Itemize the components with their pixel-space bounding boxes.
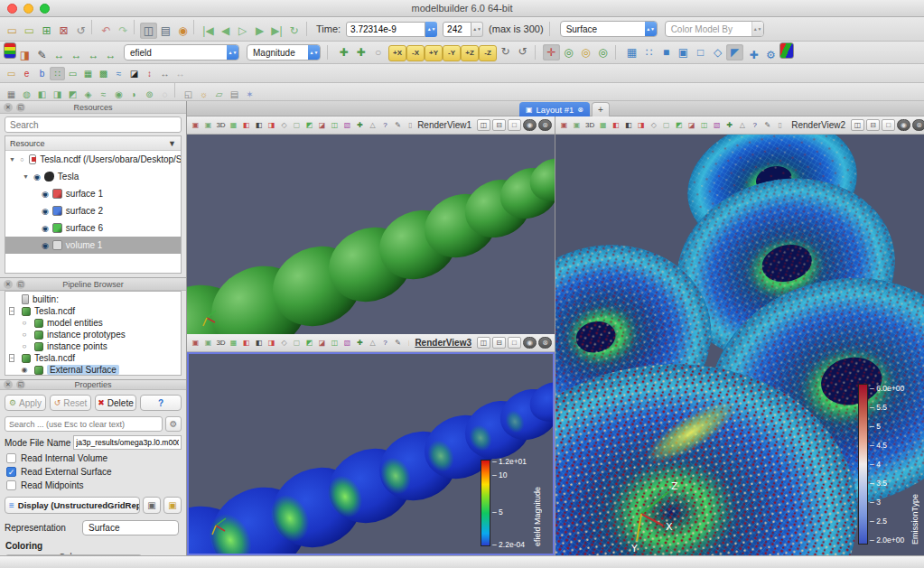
minimize-window-button[interactable]	[23, 4, 33, 14]
select-block-icon[interactable]: ▢	[291, 337, 303, 349]
renderview2-viewport[interactable]: Z X Y 6.0e+005.554.543.532.52.0e+00 Emis…	[555, 135, 924, 555]
time-spinner[interactable]: ▲▼	[425, 22, 437, 37]
play-button[interactable]: ▷	[234, 23, 251, 39]
set-view-minus-z-button[interactable]: -Z	[479, 45, 497, 61]
read-external-surface-row[interactable]: ✓ Read External Surface	[0, 465, 186, 479]
display-section-button[interactable]: ≡ Display (UnstructuredGridRepresent	[5, 497, 140, 514]
eye-icon[interactable]: ◉	[42, 224, 49, 233]
apply-button[interactable]: ⚙ Apply	[5, 395, 46, 411]
add-view-icon[interactable]: ✚	[745, 47, 762, 63]
adjust-camera-icon[interactable]: ▣	[190, 337, 201, 349]
hover-cells-icon[interactable]: ◫	[329, 119, 341, 131]
show-orientation-axes-icon[interactable]: ✛	[543, 44, 560, 61]
reset-button[interactable]: ↺ Reset	[50, 395, 91, 411]
render-options-icon[interactable]: ▤	[157, 23, 174, 39]
split-vertical-button[interactable]: ⊟	[866, 119, 880, 131]
contrast-icon[interactable]: ◪	[126, 67, 142, 80]
checkbox-unchecked[interactable]	[6, 480, 16, 490]
expander-icon[interactable]: ▼	[22, 173, 30, 180]
open-recent-file-icon[interactable]: ▭	[21, 23, 38, 39]
pin-view-button[interactable]: ◉	[523, 119, 537, 131]
rescale-visible-range-icon[interactable]: ↔	[102, 47, 119, 63]
add-layout-tab[interactable]: +	[592, 102, 610, 116]
select-points-on-icon[interactable]: ◧	[253, 119, 265, 131]
tree-item-surface-1[interactable]: ◉ surface 1	[5, 185, 181, 202]
slac-open-icon[interactable]: ▭	[4, 67, 19, 80]
pin-view-button[interactable]: ◉	[523, 337, 537, 349]
hover-cells-icon[interactable]: ◫	[698, 119, 710, 131]
visibility-toggle[interactable]: ○	[18, 342, 31, 350]
time-input[interactable]	[346, 22, 425, 37]
split-horizontal-button[interactable]: ◫	[851, 119, 864, 131]
select-block-icon[interactable]: ▢	[291, 119, 303, 131]
grow-selection-icon[interactable]: △	[367, 119, 378, 131]
contour-icon[interactable]: ◉	[111, 88, 126, 101]
split-vertical-button[interactable]: ⊟	[492, 119, 506, 131]
interactive-select-cells-icon[interactable]: ◩	[303, 337, 315, 349]
pin-view-button[interactable]: ◉	[897, 119, 910, 131]
checkbox-checked[interactable]: ✓	[6, 467, 16, 477]
previous-frame-button[interactable]: ◀	[217, 23, 234, 39]
eye-icon[interactable]: ◉	[42, 190, 49, 199]
plane-tool-icon[interactable]: ▱	[211, 88, 227, 101]
outline-representation-icon[interactable]: □	[692, 44, 709, 61]
read-midpoints-row[interactable]: Read Midpoints	[0, 479, 186, 492]
maximize-view-button[interactable]: □	[882, 119, 895, 131]
selection-arrow-icon[interactable]: ◤	[726, 44, 743, 61]
ruler-icon[interactable]: ↔	[157, 67, 173, 80]
pipeline-item-instance-prototypes[interactable]: ○ instance prototypes	[5, 329, 181, 340]
select-frustum-cells-icon[interactable]: ◨	[266, 119, 277, 131]
frame-field[interactable]: ▲▼	[443, 22, 483, 37]
add-selection-icon[interactable]: ✚	[354, 119, 366, 131]
interaction-mode-icon[interactable]	[779, 42, 794, 59]
zoom-closest-icon[interactable]: ✚	[352, 44, 369, 61]
pipeline-item-external-surface[interactable]: ◉ External Surface	[5, 364, 181, 376]
set-view-plus-z-button[interactable]: +Z	[461, 45, 479, 61]
toggle-3d-icon[interactable]: 3D	[215, 119, 227, 131]
tree-item-tesla-file[interactable]: ▼ ○ Tesla.ncdf (/Users/obara/Desktop/SLA…	[5, 151, 181, 168]
clip-icon[interactable]: ◧	[34, 88, 50, 101]
mesh-cavity-icon[interactable]: ▦	[80, 67, 96, 80]
reset-camera-icon[interactable]: ▣	[202, 119, 214, 131]
close-tab-icon[interactable]: ⊗	[577, 106, 583, 114]
eye-icon[interactable]: ◉	[42, 207, 49, 216]
interactive-select-points-icon[interactable]: ◪	[316, 119, 328, 131]
select-frustum-cells-icon[interactable]: ◨	[266, 337, 277, 349]
points-representation-icon[interactable]: ∷	[640, 44, 658, 61]
mesh-cavity-dense-icon[interactable]: ▩	[96, 67, 111, 80]
close-view-button[interactable]: ⊗	[538, 119, 552, 131]
renderview1-viewport[interactable]	[187, 135, 555, 334]
select-points-on-icon[interactable]: ◧	[253, 337, 265, 349]
next-frame-button[interactable]: ▶	[251, 23, 268, 39]
tree-item-volume-1[interactable]: ◉ volume 1	[5, 237, 181, 254]
close-view-button[interactable]: ⊗	[912, 119, 924, 131]
plot-over-time-icon[interactable]: ≈	[111, 67, 126, 80]
select-polygon-icon[interactable]: ◇	[278, 337, 290, 349]
set-view-minus-x-button[interactable]: -X	[406, 45, 425, 61]
select-cells-on-icon[interactable]: ◧	[240, 119, 252, 131]
query-selection-icon[interactable]: ?	[749, 119, 761, 131]
add-selection-icon[interactable]: ✚	[723, 119, 735, 131]
particle-display-icon[interactable]: ∷	[50, 67, 65, 80]
rotate-90-ccw-button[interactable]: ↺	[514, 43, 531, 60]
undo-icon[interactable]: ↶	[98, 23, 115, 39]
grid-axes-icon[interactable]: ▦	[597, 119, 609, 131]
split-horizontal-button[interactable]: ◫	[477, 119, 490, 131]
screenshot-icon[interactable]: ◫	[140, 23, 157, 39]
grid-axes-icon[interactable]: ▦	[228, 337, 239, 349]
grid-axes-icon[interactable]: ▦	[228, 119, 239, 131]
maximize-view-button[interactable]: □	[508, 119, 521, 131]
hover-cells-icon[interactable]: ◫	[329, 337, 341, 349]
edit-selection-icon[interactable]: ✎	[761, 119, 773, 131]
connect-server-icon[interactable]: ⊞	[38, 23, 55, 39]
close-view-button[interactable]: ⊗	[538, 337, 552, 349]
zoom-box-icon[interactable]: ○	[369, 44, 387, 61]
wireframe-representation-icon[interactable]: ▦	[623, 44, 640, 61]
frame-spinner[interactable]: ▲▼	[471, 22, 483, 37]
copy-display-icon[interactable]: ▣	[143, 497, 161, 514]
select-cells-on-icon[interactable]: ◧	[610, 119, 621, 131]
star-axes-icon[interactable]: ✶	[242, 88, 257, 101]
zoom-window-button[interactable]	[40, 4, 50, 14]
help-button[interactable]: ?	[140, 395, 182, 411]
resource-state-icon[interactable]: ○	[19, 156, 25, 163]
